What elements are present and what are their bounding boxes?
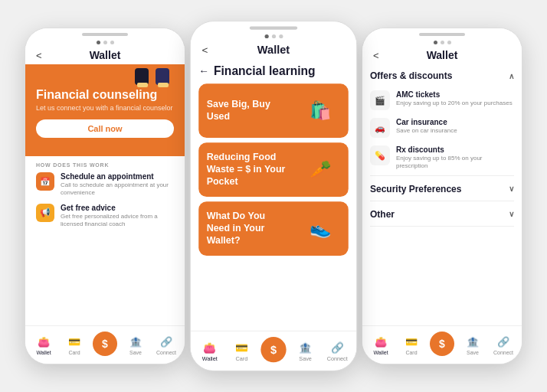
food-icon: 🥕 xyxy=(300,150,340,190)
phone-1-content: Financial counseling Let us connect you … xyxy=(25,64,185,325)
nav-connect[interactable]: 🔗 Connect xyxy=(151,335,182,355)
nav-wallet[interactable]: 👛 Wallet xyxy=(194,340,226,361)
amc-title: AMC tickets xyxy=(396,90,513,99)
settings-section: Offers & discounts ∧ 🎬 AMC tickets Enjoy… xyxy=(362,64,522,325)
page-title: Wallet xyxy=(257,43,290,56)
pill-icon: 💊 xyxy=(370,145,390,165)
shopping-icon: 🛍️ xyxy=(300,91,340,131)
nav-save-text: Save xyxy=(129,350,142,355)
page-title: Wallet xyxy=(90,49,121,61)
security-title: Security Preferences xyxy=(370,184,461,194)
movie-icon: 🎬 xyxy=(370,90,390,110)
rx-text: Rx discounts Enjoy saving up to 85% on y… xyxy=(396,145,514,171)
offers-title: Offers & discounts xyxy=(370,70,452,81)
call-now-button[interactable]: Call now xyxy=(36,119,174,138)
discount-rx: 💊 Rx discounts Enjoy saving up to 85% on… xyxy=(370,142,514,175)
card-icon: 💳 xyxy=(234,340,249,354)
save-icon: 🏦 xyxy=(466,335,480,348)
nav-save-text: Save xyxy=(467,350,479,355)
other-title: Other xyxy=(370,209,395,220)
security-section: Security Preferences ∨ xyxy=(370,178,514,201)
nav-card[interactable]: 💳 Card xyxy=(226,340,258,361)
nav-save-text: Save xyxy=(299,356,312,361)
phone-2: < Wallet ← Financial learning Save Big, … xyxy=(190,21,357,371)
learning-card-2[interactable]: Reducing Food Waste = $ in Your Pocket 🥕 xyxy=(198,142,349,197)
back-arrow[interactable]: < xyxy=(36,50,42,61)
nav-save[interactable]: $ xyxy=(90,332,120,359)
nav-connect[interactable]: 🔗 Connect xyxy=(321,340,353,361)
phone-notch-3 xyxy=(362,28,522,38)
dot xyxy=(103,41,107,44)
phone-2-content: ← Financial learning Save Big, Buy Used … xyxy=(191,59,356,331)
save-circle: $ xyxy=(93,332,117,356)
nav-connect-label: Connect xyxy=(156,350,176,355)
how-item-2-title: Get free advice xyxy=(61,204,174,212)
wallet-icon: 👛 xyxy=(37,335,51,348)
nav-save-label[interactable]: 🏦 Save xyxy=(120,335,151,355)
back-arrow[interactable]: < xyxy=(373,50,379,61)
car-text: Car insurance Save on car insurance xyxy=(396,118,457,135)
phone-1-header: < Wallet xyxy=(25,46,185,64)
nav-save-label[interactable]: 🏦 Save xyxy=(457,335,488,355)
hero-section: Financial counseling Let us connect you … xyxy=(25,64,185,156)
rx-title: Rx discounts xyxy=(396,145,514,154)
other-header[interactable]: Other ∨ xyxy=(370,203,514,226)
phone-dots-3 xyxy=(362,38,522,46)
dot xyxy=(97,41,100,44)
bottom-nav-3: 👛 Wallet 💳 Card $ 🏦 Save 🔗 Connect xyxy=(362,325,522,364)
section-title-row: ← Financial learning xyxy=(198,59,349,83)
chevron-down-icon: ∨ xyxy=(509,210,514,218)
nav-wallet[interactable]: 👛 Wallet xyxy=(28,335,59,355)
learning-card-3[interactable]: What Do You Need in Your Wallet? 👟 xyxy=(198,201,349,256)
phone-dots-2 xyxy=(191,31,356,40)
calendar-icon: 📅 xyxy=(36,172,54,191)
nav-connect[interactable]: 🔗 Connect xyxy=(488,335,519,355)
nav-wallet[interactable]: 👛 Wallet xyxy=(365,335,396,355)
nav-wallet-label: Wallet xyxy=(36,350,51,355)
svg-rect-2 xyxy=(156,68,169,85)
card-1-title: Save Big, Buy Used xyxy=(207,99,287,123)
connect-icon: 🔗 xyxy=(159,335,173,348)
phone-dots-1 xyxy=(25,38,185,46)
shoe-icon: 👟 xyxy=(300,209,340,249)
discount-amc: 🎬 AMC tickets Enjoy saving up to 20% on … xyxy=(370,87,514,115)
amc-desc: Enjoy saving up to 20% on your purchases xyxy=(396,100,513,107)
how-label: HOW DOES THIS WORK xyxy=(36,162,174,168)
back-arrow-bold[interactable]: ← xyxy=(198,64,209,77)
save-circle: $ xyxy=(430,332,454,356)
dot xyxy=(434,41,437,44)
learning-card-1[interactable]: Save Big, Buy Used 🛍️ xyxy=(198,83,349,138)
wallet-icon: 👛 xyxy=(202,340,217,354)
how-item-1-title: Schedule an appointment xyxy=(61,172,174,181)
section-title: Financial learning xyxy=(214,64,316,77)
dot xyxy=(110,41,114,44)
nav-save-label[interactable]: 🏦 Save xyxy=(290,340,322,361)
nav-card-label: Card xyxy=(236,356,248,361)
how-item-1: 📅 Schedule an appointment Call to schedu… xyxy=(36,172,174,198)
nav-save[interactable]: $ xyxy=(427,332,457,359)
chevron-down-icon: ∨ xyxy=(509,185,514,193)
nav-wallet-label: Wallet xyxy=(373,350,388,355)
notch-bar xyxy=(82,33,128,36)
how-item-2: 📢 Get free advice Get free personalized … xyxy=(36,204,174,229)
page-title: Wallet xyxy=(427,49,458,61)
offers-header[interactable]: Offers & discounts ∧ xyxy=(370,64,514,87)
phone-notch-1 xyxy=(25,28,185,38)
bottom-nav-2: 👛 Wallet 💳 Card $ 🏦 Save 🔗 Connect xyxy=(191,331,356,371)
nav-save[interactable]: $ xyxy=(257,337,290,365)
car-desc: Save on car insurance xyxy=(396,127,457,135)
nav-card[interactable]: 💳 Card xyxy=(396,335,427,355)
how-item-2-desc: Get free personalized advice from a lice… xyxy=(61,213,174,229)
how-item-2-text: Get free advice Get free personalized ad… xyxy=(61,204,174,229)
other-section: Other ∨ xyxy=(370,203,514,227)
phone-2-header: < Wallet xyxy=(191,40,356,59)
security-header[interactable]: Security Preferences ∨ xyxy=(370,178,514,201)
nav-card[interactable]: 💳 Card xyxy=(59,335,90,355)
back-arrow[interactable]: < xyxy=(201,44,208,56)
chevron-up-icon: ∧ xyxy=(509,72,514,80)
card-3-title: What Do You Need in Your Wallet? xyxy=(207,210,287,247)
learning-section: ← Financial learning Save Big, Buy Used … xyxy=(191,59,356,331)
how-item-1-desc: Call to schedule an appointment at your … xyxy=(61,181,174,198)
how-item-1-text: Schedule an appointment Call to schedule… xyxy=(61,172,174,198)
nav-card-label: Card xyxy=(405,350,417,355)
